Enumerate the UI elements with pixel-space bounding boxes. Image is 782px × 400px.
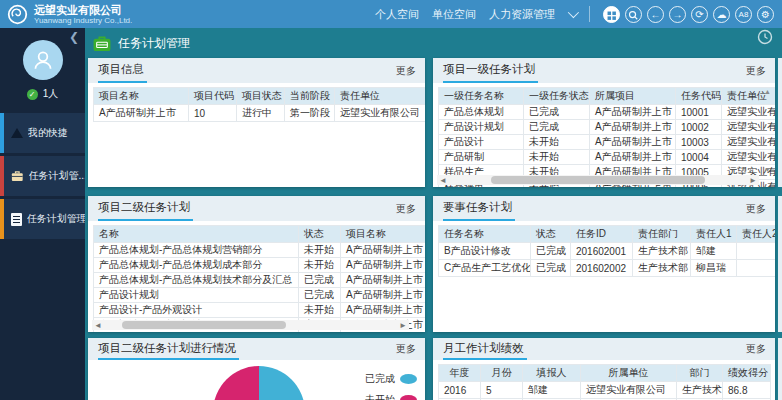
table-cell: 未开始 — [299, 243, 341, 258]
sidebar-item-my-shortcuts[interactable]: 我的快捷 — [0, 113, 85, 153]
table-row[interactable]: 产品总体规划-产品总体规划营销部分未开始A产品研制并上市10001001否否营销 — [94, 243, 426, 258]
column-header: 任务ID — [571, 226, 633, 243]
table-cell: 10 — [189, 105, 237, 122]
panel-title: 项目一级任务计划 — [443, 58, 538, 83]
table-cell: 2016 — [439, 382, 481, 399]
column-header: 责任单位 — [335, 88, 426, 105]
table-row[interactable]: 20165邹建远望实业有限公司生产技术部86.8 — [439, 382, 771, 399]
scroll-down-icon[interactable] — [762, 166, 773, 173]
column-header: 绩效得分 — [723, 365, 771, 382]
table-row[interactable]: B产品设计修改已完成201602001生产技术部邹建2016-06-012016… — [439, 243, 776, 260]
column-header: 所属项目 — [590, 88, 676, 105]
table-cell: 未开始 — [524, 135, 590, 150]
table-row[interactable]: 产品研制未开始A产品研制并上市10004远望实业有限公司生产技术部 — [439, 150, 776, 165]
table-cell: 产品设计 — [439, 135, 524, 150]
avatar[interactable] — [23, 40, 63, 80]
table-cell: 201602001 — [571, 243, 633, 260]
more-link[interactable]: 更多 — [746, 64, 766, 78]
more-link[interactable]: 更多 — [396, 202, 416, 216]
scroll-right-icon[interactable] — [747, 176, 759, 185]
table-row[interactable]: A产品研制并上市10进行中第一阶段远望实业有限公司汤宏涛2016-05-2041… — [94, 105, 426, 122]
column-header: 年度 — [439, 365, 481, 382]
table-cell: 产品设计-产品外观设计 — [94, 303, 299, 318]
monthly-performance-table: 年度月份填报人所属单位部门绩效得分20165邹建远望实业有限公司生产技术部86.… — [438, 364, 771, 400]
table-cell — [737, 260, 776, 277]
back-icon[interactable] — [647, 6, 664, 23]
legend-swatch-icon — [400, 374, 417, 384]
scroll-left-icon[interactable] — [437, 176, 449, 185]
a8-icon[interactable]: A8 — [735, 6, 752, 23]
table-cell: A产品研制并上市 — [590, 105, 676, 120]
scroll-thumb[interactable] — [122, 321, 286, 329]
scroll-right-icon[interactable] — [397, 321, 409, 330]
panel-important-tasks: 要事任务计划 更多 任务名称状态任务ID责任部门责任人1责任人2计划开始日期计划… — [433, 196, 775, 332]
table-row[interactable]: 产品设计规划已完成A产品研制并上市10002001是是生产 — [94, 288, 426, 303]
online-count: 1人 — [0, 87, 85, 101]
table-cell: A产品研制并上市 — [341, 258, 426, 273]
more-link[interactable]: 更多 — [746, 342, 766, 356]
table-cell: 未开始 — [299, 258, 341, 273]
table-row[interactable]: 产品总体规划已完成A产品研制并上市10001远望实业有限公司营销管理部、成本管理… — [439, 105, 776, 120]
main-content: 任务计划管理 项目信息 更多 项目名称项目代码项目状态当前阶段责任单位总负责人立… — [85, 28, 782, 400]
nav-personal-space[interactable]: 个人空间 — [375, 7, 419, 22]
table-row[interactable]: 产品总体规划-产品总体规划成本部分未开始A产品研制并上市10001002否否成本 — [94, 258, 426, 273]
table-cell: A产品研制并上市 — [590, 135, 676, 150]
scroll-thumb[interactable] — [491, 176, 706, 184]
table-cell: C产品生产工艺优化 — [439, 260, 531, 277]
table-row[interactable]: 产品设计规划已完成A产品研制并上市10002远望实业有限公司生产技术部 — [439, 120, 776, 135]
panel-level1-tasks: 项目一级任务计划 更多 一级任务名称一级任务状态所属项目任务代码责任单位责任部门… — [433, 58, 775, 187]
table-cell: 10002 — [676, 120, 722, 135]
column-header: 状态 — [531, 226, 571, 243]
briefcase-icon — [11, 170, 24, 182]
sidebar-item-task-plan-mgmt-1[interactable]: 任务计划管... — [0, 156, 85, 196]
table-cell: A产品研制并上市 — [341, 243, 426, 258]
table-row[interactable]: 产品总体规划-产品总体规划技术部分及汇总已完成A产品研制并上市10001003是… — [94, 273, 426, 288]
table-cell: 10004 — [676, 150, 722, 165]
table-cell: A产品研制并上市 — [341, 288, 426, 303]
table-row[interactable]: 产品设计-产品外观设计未开始A产品研制并上市10003001否否设计 — [94, 303, 426, 318]
sidebar-menu: 我的快捷 任务计划管... 任务计划管理 — [0, 113, 85, 239]
table-row[interactable]: C产品生产工艺优化已完成201602002生产技术部柳昌瑞2016-06-132… — [439, 260, 776, 277]
more-link[interactable]: 更多 — [396, 342, 416, 356]
table-cell: 产品总体规划-产品总体规划成本部分 — [94, 258, 299, 273]
column-header: 一级任务状态 — [524, 88, 590, 105]
table-cell: 进行中 — [237, 105, 285, 122]
company-logo-icon — [7, 4, 28, 25]
settings-icon[interactable] — [757, 6, 774, 23]
cloud-icon[interactable] — [713, 6, 730, 23]
column-header: 所属单位 — [581, 365, 677, 382]
sidebar-collapse-icon[interactable]: ❮ — [69, 30, 79, 44]
sidebar-item-task-plan-mgmt-2[interactable]: 任务计划管理 — [0, 199, 85, 239]
refresh-icon[interactable] — [691, 6, 708, 23]
clock-icon[interactable] — [757, 29, 773, 45]
level2-tasks-table: 名称状态项目名称任务ID关键节点里程碑责任产品总体规划-产品总体规划营销部分未开… — [93, 225, 425, 332]
document-icon — [11, 213, 22, 226]
check-icon — [27, 89, 38, 100]
column-header: 当前阶段 — [285, 88, 335, 105]
forward-icon[interactable] — [669, 6, 686, 23]
table-cell: 产品总体规划 — [439, 105, 524, 120]
table-cell: 产品设计规划 — [94, 288, 299, 303]
briefcase-badge-icon — [93, 36, 111, 52]
table-cell: 生产技术部 — [633, 260, 691, 277]
table-cell: 邹建 — [691, 243, 737, 260]
column-header: 责任部门 — [633, 226, 691, 243]
more-link[interactable]: 更多 — [396, 64, 416, 78]
clipped-panel-edge — [778, 196, 782, 332]
apps-grid-icon[interactable] — [603, 6, 620, 23]
table-row[interactable]: 产品设计未开始A产品研制并上市10003远望实业有限公司生产技术部 — [439, 135, 776, 150]
more-link[interactable]: 更多 — [746, 202, 766, 216]
table-cell: 远望实业有限公司 — [335, 105, 426, 122]
search-icon[interactable] — [625, 6, 642, 23]
top-header-bar: 远望实业有限公司 Yuanwang Industry Co.,Ltd. 个人空间… — [0, 0, 782, 28]
scroll-left-icon[interactable] — [92, 321, 104, 330]
column-header: 名称 — [94, 226, 299, 243]
page-title: 任务计划管理 — [118, 35, 190, 52]
scroll-up-icon[interactable] — [762, 88, 773, 95]
table-cell: 已完成 — [531, 243, 571, 260]
clipped-panel-edge — [778, 58, 782, 187]
table-cell: A产品研制并上市 — [590, 150, 676, 165]
nav-unit-space[interactable]: 单位空间 — [432, 7, 476, 22]
chevron-down-icon[interactable] — [568, 7, 579, 18]
nav-hr-management[interactable]: 人力资源管理 — [489, 7, 555, 22]
